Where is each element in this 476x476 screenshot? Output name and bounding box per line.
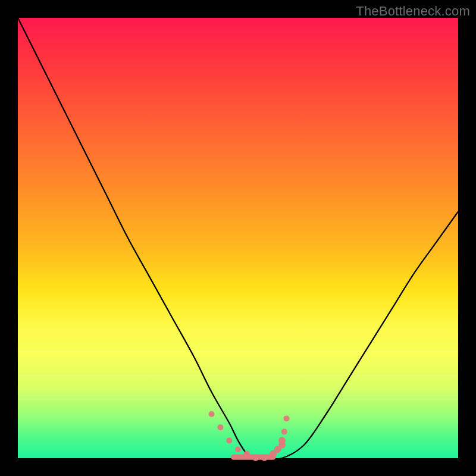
marker-point [217, 424, 223, 430]
marker-point [226, 437, 232, 443]
marker-point [278, 437, 286, 444]
plot-area [18, 18, 458, 458]
marker-point [261, 455, 267, 461]
outer-frame: TheBottleneck.com [0, 0, 476, 476]
marker-point [209, 411, 215, 417]
marker-point [283, 415, 289, 421]
marker-point [253, 455, 259, 461]
bottleneck-curve [18, 18, 458, 459]
marker-point [235, 446, 241, 452]
highlight-markers [209, 411, 290, 461]
chart-svg [18, 18, 458, 458]
marker-point [281, 429, 287, 435]
watermark-text: TheBottleneck.com [356, 4, 470, 19]
marker-point [244, 451, 250, 457]
